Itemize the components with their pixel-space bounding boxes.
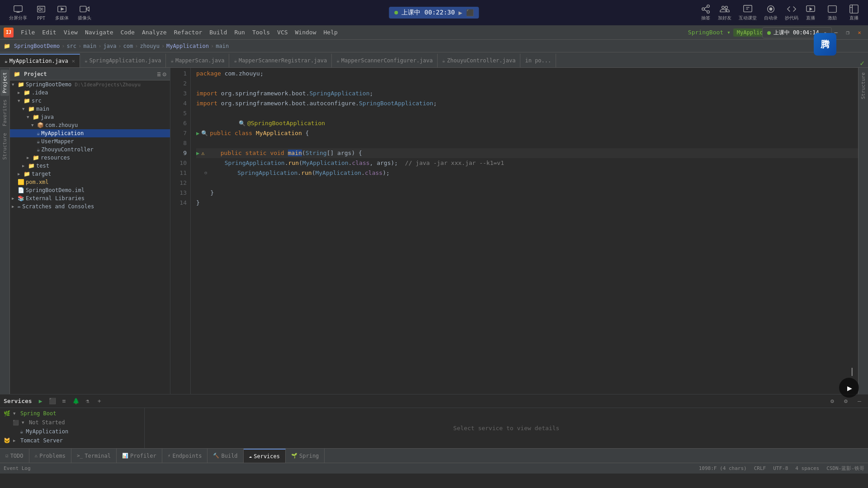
menu-view[interactable]: View [60, 27, 81, 38]
tree-target[interactable]: ▶ 📁 target [10, 170, 170, 178]
tree-pomxml[interactable]: 🟨 pom.xml [10, 178, 170, 186]
tab-mapperscanconfigurer[interactable]: ☕ MapperScannerConfigurer.java [332, 54, 438, 67]
status-crlf[interactable]: CRLF [754, 465, 766, 471]
bottom-tab-endpoints[interactable]: ⚡ Endpoints [162, 449, 208, 463]
bottom-tab-spring[interactable]: 🌱 Spring [286, 449, 325, 463]
code-lines[interactable]: package com.zhouyu; import org.springfra… [191, 68, 858, 394]
services-settings-btn[interactable]: ⚙ [827, 396, 837, 406]
bottom-tab-profiler[interactable]: 📊 Profiler [117, 449, 162, 463]
service-item-notstarted[interactable]: ⬛ ▼ Not Started [0, 418, 144, 427]
bottom-tab-problems[interactable]: ⚠ Problems [29, 449, 71, 463]
service-item-tomcat[interactable]: 🐱 ▶ Tomcat Server [0, 436, 144, 445]
menu-edit[interactable]: Edit [38, 27, 60, 38]
service-filter-btn[interactable]: ⚗ [83, 396, 93, 406]
menu-window[interactable]: Window [292, 27, 320, 38]
tree-external-libraries[interactable]: ▶ 📚 External Libraries [10, 194, 170, 202]
service-item-springboot[interactable]: 🌿 ▼ Spring Boot [0, 409, 144, 418]
menu-run[interactable]: Run [231, 27, 248, 38]
gutter-search-6[interactable]: 🔍 [239, 120, 245, 127]
sidebar-project[interactable]: Project [0, 70, 9, 96]
tree-iml[interactable]: 📄 SpringBootDemo.iml [10, 186, 170, 194]
service-item-myapp[interactable]: ☕ MyApplication [0, 427, 144, 436]
tree-myapplication[interactable]: ☕ MyApplication [10, 129, 170, 137]
menu-code[interactable]: Code [117, 27, 138, 38]
run-gutter-7[interactable]: ▶ [196, 128, 199, 138]
status-indent[interactable]: 4 spaces [795, 465, 819, 471]
os-icon-screenshare[interactable]: 分屏分享 [9, 4, 27, 21]
collapse-all-btn[interactable]: ≡ [157, 70, 160, 78]
services-close-btn[interactable]: — [854, 396, 864, 406]
service-run-btn[interactable]: ▶ [36, 396, 46, 406]
project-icon[interactable]: 📁 [4, 43, 10, 49]
tree-resources[interactable]: ▶ 📁 resources [10, 154, 170, 162]
menu-refactor[interactable]: Refactor [170, 27, 206, 38]
breadcrumb-springbootdemo[interactable]: SpringBootDemo [14, 43, 60, 49]
breadcrumb-main[interactable]: main [83, 43, 96, 49]
os-icon-camera[interactable]: 摄像头 [78, 4, 91, 21]
menu-build[interactable]: Build [206, 27, 231, 38]
settings-btn[interactable]: ⚙ [163, 70, 166, 78]
menu-analyze[interactable]: Analyze [138, 27, 170, 38]
menu-vcs[interactable]: VCS [274, 27, 291, 38]
tree-scratches[interactable]: ▶ ✏ Scratches and Consoles [10, 202, 170, 211]
os-icon-stream[interactable]: 直播 [806, 4, 816, 21]
endpoints-icon: ⚡ [168, 453, 171, 459]
bottom-tab-build[interactable]: 🔨 Build [208, 449, 243, 463]
tab-springapplication[interactable]: ☕ SpringApplication.java [80, 54, 166, 67]
os-icon-ppt[interactable]: PPT [36, 5, 46, 21]
breadcrumb-zhouyu[interactable]: zhouyu [140, 43, 160, 49]
status-charset[interactable]: UTF-8 [773, 465, 788, 471]
service-add-btn[interactable]: + [94, 396, 104, 406]
os-icon-friend[interactable]: 加好友 [718, 4, 731, 21]
window-close[interactable]: ✕ [854, 28, 864, 38]
tab-mapperscanregistrar[interactable]: ☕ MapperScannerRegistrar.java [229, 54, 332, 67]
tree-comzhouyu[interactable]: ▼ 📦 com.zhouyu [10, 121, 170, 129]
service-stop-btn[interactable]: ⬛ [47, 396, 57, 406]
gutter-search-7[interactable]: 🔍 [201, 128, 208, 138]
tree-idea[interactable]: ▶ 📁 .idea [10, 89, 170, 97]
tab-inpo[interactable]: in po... [520, 54, 556, 67]
close-tab-1[interactable]: ✕ [72, 58, 75, 64]
os-icon-interact[interactable]: 互动课堂 [739, 4, 757, 21]
fold-gutter-11[interactable]: ⊖ [204, 168, 208, 178]
tab-zhouyucontroller[interactable]: ☕ ZhouyuController.java [438, 54, 520, 67]
service-list-btn[interactable]: ≡ [59, 396, 69, 406]
tree-src[interactable]: ▼ 📁 src [10, 97, 170, 105]
sidebar-structure[interactable]: Structure [0, 130, 9, 163]
tab-mapperscan[interactable]: ☕ MapperScan.java [166, 54, 229, 67]
os-icon-share[interactable]: 抽签 [701, 4, 711, 21]
os-icon-record[interactable]: 自动录 [764, 4, 778, 21]
bottom-tab-terminal[interactable]: >_ Terminal [71, 449, 117, 463]
tree-springbootdemo[interactable]: ▼ 📁 SpringBootDemo D:\IdeaProjects\Zhouy… [10, 80, 170, 89]
os-icon-window1[interactable]: 激励 [827, 4, 837, 21]
tree-main[interactable]: ▼ 📁 main [10, 105, 170, 113]
breadcrumb-src[interactable]: src [66, 43, 76, 49]
os-icon-window2[interactable]: 直播 [849, 4, 859, 21]
window-maximize[interactable]: ❐ [843, 28, 853, 38]
menu-help[interactable]: Help [320, 27, 341, 38]
sidebar-structure-right[interactable]: Structure [859, 70, 868, 102]
menu-navigate[interactable]: Navigate [81, 27, 117, 38]
sidebar-favorites[interactable]: Favorites [0, 97, 9, 129]
breadcrumb-com[interactable]: com [123, 43, 133, 49]
os-icon-media[interactable]: 多媒体 [55, 4, 69, 21]
menu-tools[interactable]: Tools [249, 27, 274, 38]
tree-zhouyucontroller[interactable]: ☕ ZhouyuController [10, 145, 170, 154]
service-tree-btn[interactable]: 🌲 [71, 396, 81, 406]
breadcrumb-main-method[interactable]: main [216, 43, 229, 49]
tree-test[interactable]: ▶ 📁 test [10, 162, 170, 170]
tab-myapplication[interactable]: ☕ MyApplication.java ✕ [0, 54, 80, 67]
video-play-btn[interactable]: ▶ [839, 378, 859, 398]
tree-java[interactable]: ▼ 📁 java [10, 113, 170, 121]
menu-file[interactable]: File [17, 27, 38, 38]
bottom-tab-todo[interactable]: ☑ TODO [0, 449, 29, 463]
tree-usermapper[interactable]: ☕ UserMapper [10, 137, 170, 145]
svg-point-11 [769, 8, 772, 10]
breadcrumb-myapp[interactable]: MyApplication [166, 43, 209, 49]
breadcrumb-java[interactable]: java [103, 43, 116, 49]
status-event-log[interactable]: Event Log [4, 465, 31, 471]
os-icon-code[interactable]: 抄代码 [785, 4, 798, 21]
run-gutter-9[interactable]: ▶ [196, 148, 199, 158]
code-content[interactable]: 1 2 3 4 5 6 7 8 9 10 11 12 13 14 package… [170, 68, 858, 394]
bottom-tab-services[interactable]: ☁ Services [244, 449, 286, 463]
